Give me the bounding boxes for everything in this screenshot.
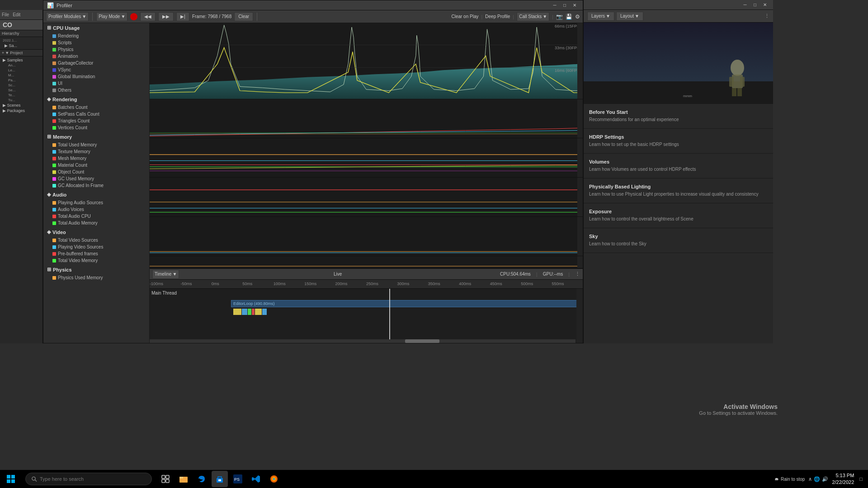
learning-item[interactable]: Before You Start Recommendations for an …: [584, 104, 773, 129]
right-minimize-btn[interactable]: ─: [741, 1, 750, 9]
rendering-section-header[interactable]: ◈ Rendering: [43, 94, 149, 104]
cpu-sidebar-item[interactable]: GarbageCollector: [43, 60, 149, 66]
taskbar-search-bar[interactable]: [25, 473, 152, 485]
timeline-playhead[interactable]: [389, 289, 390, 343]
vscode-btn[interactable]: [248, 471, 264, 487]
cpu-sidebar-item[interactable]: Physics: [43, 46, 149, 53]
search-input[interactable]: [40, 476, 146, 482]
restore-btn[interactable]: □: [560, 2, 569, 9]
video-section-header[interactable]: ◈ Video: [43, 227, 149, 237]
memory-sidebar-item[interactable]: GC Used Memory: [43, 175, 149, 182]
right-close-btn[interactable]: ✕: [760, 1, 769, 9]
cpu-sidebar-item[interactable]: Animation: [43, 53, 149, 60]
play-mode-dropdown[interactable]: Play Mode ▼: [96, 12, 127, 21]
timeline-vscroll[interactable]: [576, 289, 583, 343]
audio-sidebar-item[interactable]: Audio Voices: [43, 206, 149, 213]
file-explorer-btn[interactable]: [175, 471, 192, 487]
memory-chart: [150, 138, 583, 178]
clear-on-play[interactable]: Clear on Play: [451, 14, 478, 19]
audio-section-header[interactable]: ◈ Audio: [43, 190, 149, 199]
right-panel-menu[interactable]: ⋮: [764, 13, 769, 19]
learning-item-desc: Learn how Volumes are used to control HD…: [589, 166, 768, 173]
rendering-sidebar-item[interactable]: SetPass Calls Count: [43, 111, 149, 117]
memory-chart-scrollbar[interactable]: [577, 138, 583, 177]
profiler-modules-dropdown[interactable]: Profiler Modules ▼: [46, 12, 89, 21]
record-button[interactable]: [130, 13, 137, 20]
layers-dropdown[interactable]: Layers ▼: [587, 12, 614, 21]
video-chart-scrollbar[interactable]: [577, 217, 583, 256]
memory-sidebar-item[interactable]: Mesh Memory: [43, 155, 149, 162]
learning-item[interactable]: Sky Learn how to control the Sky: [584, 228, 773, 253]
close-btn[interactable]: ✕: [570, 2, 579, 9]
rendering-chart-scrollbar[interactable]: [577, 99, 583, 138]
learning-item-title: Physically Based Lighting: [589, 184, 768, 189]
step-back-btn[interactable]: ◀◀: [140, 12, 156, 21]
memory-sidebar-item[interactable]: Total Used Memory: [43, 141, 149, 148]
timeline-marker: 100ms: [274, 282, 286, 286]
cpu-section-header[interactable]: ⊞ CPU Usage: [43, 23, 149, 33]
call-stacks-dropdown[interactable]: Call Stacks ▼: [517, 12, 549, 21]
learning-item-title: Exposure: [589, 209, 768, 214]
cpu-chart-scrollbar[interactable]: [577, 23, 583, 99]
edge-btn[interactable]: [193, 471, 210, 487]
audio-chart-scrollbar[interactable]: [577, 178, 583, 216]
screenshot-btn[interactable]: 📷: [556, 14, 563, 20]
learning-item[interactable]: Physically Based Lighting Learn how to u…: [584, 178, 773, 203]
memory-sidebar-item[interactable]: Object Count: [43, 169, 149, 175]
memory-sidebar-item[interactable]: GC Allocated In Frame: [43, 182, 149, 189]
learning-item[interactable]: Exposure Learn how to control the overal…: [584, 203, 773, 228]
save-btn[interactable]: 💾: [566, 14, 572, 20]
svg-rect-7: [732, 88, 736, 96]
cpu-sidebar-item[interactable]: UI: [43, 80, 149, 87]
video-sidebar-item[interactable]: Total Video Memory: [43, 257, 149, 264]
timeline-settings-btn[interactable]: ⋮: [575, 271, 580, 277]
fps-33-line: [150, 45, 583, 45]
timeline-hscroll[interactable]: [150, 339, 576, 343]
video-sidebar-item[interactable]: Total Video Sources: [43, 237, 149, 244]
last-frame-btn[interactable]: ▶|: [176, 12, 189, 21]
learning-item-title: Sky: [589, 234, 768, 239]
file-menu[interactable]: File: [2, 12, 9, 17]
firefox-btn[interactable]: [266, 471, 282, 487]
minimize-btn[interactable]: ─: [550, 2, 559, 9]
powershell-btn[interactable]: PS: [230, 471, 246, 487]
clear-btn[interactable]: Clear: [234, 12, 253, 21]
physics-sidebar-item[interactable]: Physics Used Memory: [43, 274, 149, 281]
video-sidebar-item[interactable]: Pre-buffered frames: [43, 250, 149, 257]
cpu-sidebar-item[interactable]: VSync: [43, 66, 149, 73]
store-btn[interactable]: [212, 471, 228, 487]
rendering-sidebar-item[interactable]: Batches Count: [43, 104, 149, 111]
cpu-section: ⊞ CPU Usage RenderingScriptsPhysicsAnima…: [43, 23, 149, 94]
layout-dropdown[interactable]: Layout ▼: [616, 12, 643, 21]
rendering-sidebar-item[interactable]: Vertices Count: [43, 124, 149, 131]
start-button[interactable]: [0, 470, 22, 488]
task-view-btn[interactable]: [157, 471, 174, 487]
rendering-sidebar-item[interactable]: Triangles Count: [43, 117, 149, 124]
video-sidebar-item[interactable]: Playing Video Sources: [43, 244, 149, 250]
up-arrow-icon[interactable]: ∧: [808, 476, 812, 482]
cpu-sidebar-item[interactable]: Global Illumination: [43, 73, 149, 80]
deep-profile[interactable]: Deep Profile: [485, 14, 510, 19]
timeline-dropdown[interactable]: Timeline ▼: [152, 270, 179, 279]
audio-sidebar-item[interactable]: Total Audio CPU: [43, 213, 149, 220]
memory-sidebar-item[interactable]: Texture Memory: [43, 148, 149, 155]
notification-btn[interactable]: □: [858, 476, 864, 482]
timeline-marker: 400ms: [459, 282, 471, 286]
hierarchy-section: Hierarchy: [0, 30, 42, 37]
audio-sidebar-item[interactable]: Playing Audio Sources: [43, 199, 149, 206]
physics-section-header[interactable]: ⊞ Physics: [43, 265, 149, 274]
cpu-sidebar-item[interactable]: Scripts: [43, 39, 149, 46]
right-restore-btn[interactable]: □: [750, 1, 760, 9]
physics-chart-scrollbar[interactable]: [577, 256, 583, 268]
memory-section-header[interactable]: ⊞ Memory: [43, 132, 149, 141]
learning-item[interactable]: Volumes Learn how Volumes are used to co…: [584, 154, 773, 178]
step-fwd-btn[interactable]: ▶▶: [158, 12, 174, 21]
settings-btn[interactable]: ⚙: [575, 14, 580, 20]
physics-section: ⊞ Physics Physics Used Memory: [43, 265, 149, 281]
audio-sidebar-item[interactable]: Total Audio Memory: [43, 220, 149, 226]
cpu-sidebar-item[interactable]: Rendering: [43, 33, 149, 39]
edit-menu[interactable]: Edit: [13, 12, 20, 17]
memory-sidebar-item[interactable]: Material Count: [43, 162, 149, 169]
learning-item[interactable]: HDRP Settings Learn how to set up the ba…: [584, 129, 773, 154]
cpu-sidebar-item[interactable]: Others: [43, 87, 149, 94]
